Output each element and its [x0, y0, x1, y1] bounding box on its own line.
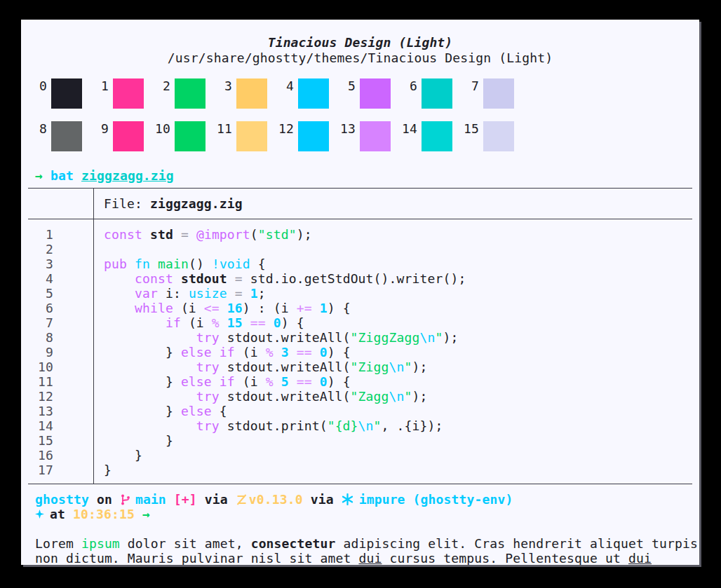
token: dolor sit amet,: [120, 536, 251, 551]
token: \n: [389, 360, 405, 374]
token: try: [196, 389, 220, 404]
line-number: 10: [28, 360, 93, 374]
token: var: [135, 286, 158, 301]
line-number: 5: [28, 286, 93, 301]
token: [150, 257, 158, 271]
palette-cell: 13: [339, 121, 400, 151]
palette-index-label: 12: [277, 121, 294, 136]
line-number: 16: [28, 448, 93, 463]
token: @import: [196, 227, 250, 242]
code-text: try stdout.writeAll("Zagg\n");: [93, 389, 428, 404]
token: [212, 374, 220, 389]
token: (: [250, 227, 258, 242]
palette-cell: 4: [277, 78, 339, 109]
palette-index-label: 8: [30, 121, 47, 136]
token: while: [135, 301, 173, 315]
token: }: [104, 448, 142, 463]
token: if: [166, 315, 181, 330]
line-number: 3: [28, 257, 93, 271]
palette-swatch-9: [113, 121, 144, 151]
token: [220, 315, 227, 330]
token: 1: [250, 286, 258, 301]
token: <=: [204, 301, 220, 315]
palette-swatch-1: [113, 78, 144, 109]
token: ": [374, 418, 382, 433]
code-line: 2: [28, 242, 692, 257]
terminal-window[interactable]: Tinacious Design (Light) /usr/share/ghos…: [21, 20, 699, 565]
line-number: 15: [28, 433, 93, 448]
palette-row-normal: 01234567: [30, 78, 699, 109]
git-branch-name: main: [135, 492, 166, 507]
palette-swatch-13: [360, 121, 391, 151]
token: cursus tempus. Pellentesque ut: [382, 551, 628, 565]
palette-index-label: 5: [339, 78, 356, 93]
palette-index-label: 10: [154, 121, 170, 136]
palette-swatch-12: [298, 121, 329, 151]
palette-cell: 11: [215, 121, 277, 151]
code-line: 7 if (i % 15 == 0) {: [28, 315, 692, 330]
palette-index-label: 7: [462, 78, 479, 93]
line-number: 13: [28, 404, 93, 418]
token: );: [297, 227, 312, 242]
prompt-word-at: at: [50, 507, 65, 521]
token: dui: [358, 551, 382, 565]
color-palette: 01234567 89101112131415: [30, 78, 699, 151]
token: pub: [104, 257, 127, 271]
palette-cell: 0: [30, 78, 92, 109]
code-text: pub fn main() !void {: [93, 257, 266, 271]
palette-swatch-3: [236, 78, 267, 109]
sparkle-icon: [35, 510, 44, 519]
palette-cell: 5: [339, 78, 400, 109]
token: [204, 257, 212, 271]
token: ) {: [328, 345, 351, 360]
code-line: 15 }: [28, 433, 692, 448]
code-line: 4 const stdout = std.io.getStdOut().writ…: [28, 271, 692, 286]
palette-cell: 15: [462, 121, 524, 151]
theme-title: Tinacious Design (Light): [21, 35, 699, 50]
code-line: 8 try stdout.writeAll("ZiggZagg\n");: [28, 330, 692, 345]
palette-cell: 6: [400, 78, 462, 109]
code-line: 14 try stdout.print("{d}\n", .{i});: [28, 418, 692, 433]
palette-index-label: 2: [154, 78, 170, 93]
command-file-link[interactable]: ziggzagg.zig: [81, 168, 174, 183]
token: ) : (i: [243, 301, 297, 315]
token: "std": [258, 227, 297, 242]
token: 5: [281, 374, 289, 389]
lorem-text: Lorem ipsum dolor sit amet, consectetur …: [35, 536, 699, 565]
palette-index-label: 4: [277, 78, 294, 93]
palette-swatch-11: [236, 121, 267, 151]
token: }: [104, 404, 181, 418]
token: dui: [628, 551, 652, 565]
palette-index-label: 1: [92, 78, 109, 93]
token: \n: [389, 389, 405, 404]
code-line: 10 try stdout.writeAll("Zigg\n");: [28, 360, 692, 374]
token: 0: [320, 374, 328, 389]
line-number: 4: [28, 271, 93, 286]
palette-swatch-0: [51, 78, 82, 109]
code-text: const stdout = std.io.getStdOut().writer…: [93, 271, 466, 286]
palette-cell: 14: [400, 121, 462, 151]
token: , .{i});: [382, 418, 443, 433]
palette-swatch-2: [175, 78, 205, 109]
code-line: 17}: [28, 463, 692, 477]
token: "Zigg: [351, 360, 389, 374]
nix-shell-label: impure (ghostty-env): [359, 492, 513, 507]
line-number: 14: [28, 418, 93, 433]
token: =: [181, 227, 189, 242]
theme-header: Tinacious Design (Light) /usr/share/ghos…: [21, 35, 699, 66]
token: ": [405, 389, 412, 404]
token: ipsum: [81, 536, 120, 551]
token: ==: [297, 374, 312, 389]
token: [104, 330, 196, 345]
palette-swatch-15: [483, 121, 514, 151]
token: [227, 286, 235, 301]
lorem-line-2: non dictum. Mauris pulvinar nisl sit ame…: [35, 551, 699, 565]
prompt-arrow-icon: →: [35, 168, 43, 183]
token: else: [181, 345, 212, 360]
code-line: 6 while (i <= 16) : (i += 1) {: [28, 301, 692, 315]
palette-index-label: 15: [462, 121, 479, 136]
code-text: while (i <= 16) : (i += 1) {: [93, 301, 351, 315]
code-text: }: [93, 448, 142, 463]
token: [220, 301, 227, 315]
token: }: [104, 374, 181, 389]
